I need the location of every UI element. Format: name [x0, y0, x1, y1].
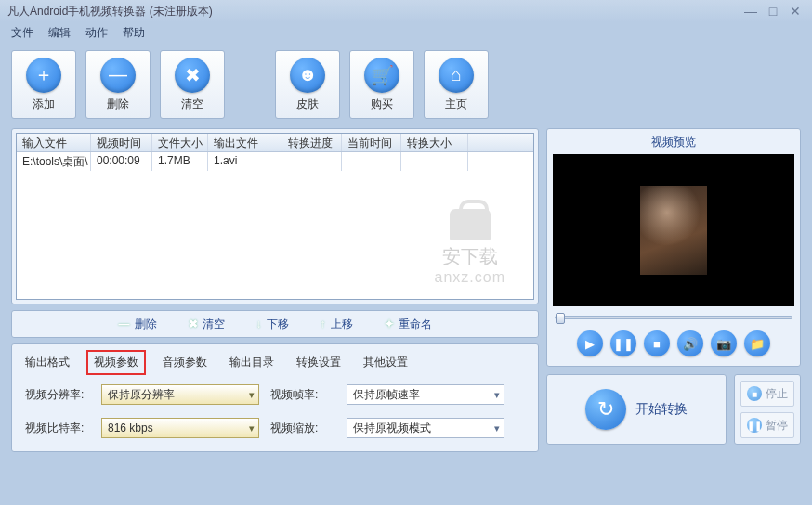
clear-button-icon: ✖: [175, 58, 210, 93]
snapshot-button[interactable]: 📷: [711, 330, 737, 356]
col-header[interactable]: 转换进度: [282, 134, 342, 151]
add-button[interactable]: ＋添加: [11, 50, 76, 119]
home-button[interactable]: ⌂主页: [424, 50, 489, 119]
stop-convert-button[interactable]: ■ 停止: [740, 381, 794, 407]
tab-3[interactable]: 输出目录: [224, 352, 280, 373]
pause-button[interactable]: ❚❚: [610, 330, 636, 356]
combo-scale[interactable]: 保持原视频模式: [347, 418, 504, 438]
list-clear[interactable]: ✖清空: [189, 317, 225, 332]
col-header[interactable]: 文件大小: [152, 134, 208, 151]
clear-button[interactable]: ✖清空: [160, 50, 225, 119]
list-up[interactable]: ↑上移: [321, 317, 353, 332]
table-row[interactable]: E:\tools\桌面\00:00:091.7MB1.avi: [17, 152, 533, 171]
start-convert-button[interactable]: ↻ 开始转换: [546, 374, 727, 445]
pause-convert-button[interactable]: ❚❚ 暂停: [740, 412, 794, 438]
watermark: 安下载 anxz.com: [435, 209, 505, 286]
buy-button-icon: 🛒: [364, 58, 399, 93]
list-down[interactable]: ↓下移: [256, 317, 289, 332]
seek-knob[interactable]: [556, 313, 565, 324]
menu-edit[interactable]: 编辑: [48, 25, 71, 41]
open-folder-button[interactable]: 📁: [744, 330, 770, 356]
window-title: 凡人Android手机视频转换器 (未注册版本): [7, 4, 213, 19]
seek-bar[interactable]: [555, 312, 792, 323]
settings-tabs: 输出格式视频参数音频参数输出目录转换设置其他设置: [12, 344, 538, 375]
stop-button[interactable]: ■: [644, 330, 670, 356]
tab-5[interactable]: 其他设置: [358, 352, 413, 373]
skin-button[interactable]: ☻皮肤: [275, 50, 340, 119]
toolbar: ＋添加—删除✖清空☻皮肤🛒购买⌂主页: [0, 43, 812, 128]
preview-label: 视频预览: [551, 133, 796, 154]
video-area[interactable]: [553, 154, 794, 306]
combo-resolution[interactable]: 保持原分辨率: [101, 384, 259, 405]
minimize-icon[interactable]: —: [741, 5, 760, 18]
label-bitrate: 视频比特率:: [25, 421, 90, 436]
combo-framerate[interactable]: 保持原帧速率: [347, 384, 504, 405]
convert-arrow-icon: ↻: [585, 389, 626, 430]
label-resolution: 视频分辨率:: [25, 387, 90, 403]
col-header[interactable]: 输入文件: [17, 134, 91, 151]
tab-4[interactable]: 转换设置: [291, 352, 347, 373]
label-scale: 视频缩放:: [270, 421, 335, 436]
menu-file[interactable]: 文件: [11, 25, 33, 41]
add-button-icon: ＋: [26, 58, 61, 93]
tab-1[interactable]: 视频参数: [86, 350, 146, 375]
preview-panel: 视频预览 ▶❚❚■🔊📷📁: [546, 128, 801, 367]
settings-panel: 输出格式视频参数音频参数输出目录转换设置其他设置 视频分辨率: 保持原分辨率 视…: [11, 343, 539, 452]
menu-action[interactable]: 动作: [85, 25, 108, 41]
col-header[interactable]: 视频时间: [91, 134, 152, 151]
video-thumbnail: [640, 186, 707, 275]
maximize-icon[interactable]: □: [764, 5, 782, 18]
close-icon[interactable]: ✕: [786, 5, 805, 18]
home-button-icon: ⌂: [439, 58, 474, 93]
menubar: 文件 编辑 动作 帮助: [0, 22, 812, 43]
pause-mini-icon: ❚❚: [747, 418, 762, 433]
convert-side: ■ 停止 ❚❚ 暂停: [734, 374, 801, 445]
list-delete[interactable]: —删除: [119, 317, 157, 332]
skin-button-icon: ☻: [290, 58, 325, 93]
file-grid[interactable]: 输入文件视频时间文件大小输出文件转换进度当前时间转换大小 E:\tools\桌面…: [16, 133, 534, 300]
volume-button[interactable]: 🔊: [677, 330, 703, 356]
file-grid-panel: 输入文件视频时间文件大小输出文件转换进度当前时间转换大小 E:\tools\桌面…: [11, 128, 539, 304]
list-rename[interactable]: ✦重命名: [385, 317, 432, 332]
play-button[interactable]: ▶: [577, 330, 603, 356]
titlebar: 凡人Android手机视频转换器 (未注册版本) — □ ✕: [0, 0, 812, 22]
stop-mini-icon: ■: [747, 386, 762, 401]
delete-button-icon: —: [100, 58, 136, 93]
grid-header: 输入文件视频时间文件大小输出文件转换进度当前时间转换大小: [17, 134, 533, 152]
menu-help[interactable]: 帮助: [123, 25, 145, 41]
combo-bitrate[interactable]: 816 kbps: [101, 418, 259, 438]
delete-button[interactable]: —删除: [85, 50, 151, 119]
bag-icon: [450, 209, 491, 240]
label-framerate: 视频帧率:: [270, 387, 335, 403]
col-header[interactable]: 输出文件: [208, 134, 282, 151]
list-ops-bar: —删除✖清空↓下移↑上移✦重命名: [11, 310, 539, 338]
tab-0[interactable]: 输出格式: [20, 352, 75, 373]
col-header[interactable]: 当前时间: [342, 134, 401, 151]
tab-2[interactable]: 音频参数: [157, 352, 213, 373]
player-buttons: ▶❚❚■🔊📷📁: [551, 323, 796, 362]
buy-button[interactable]: 🛒购买: [349, 50, 414, 119]
col-header[interactable]: 转换大小: [401, 134, 468, 151]
